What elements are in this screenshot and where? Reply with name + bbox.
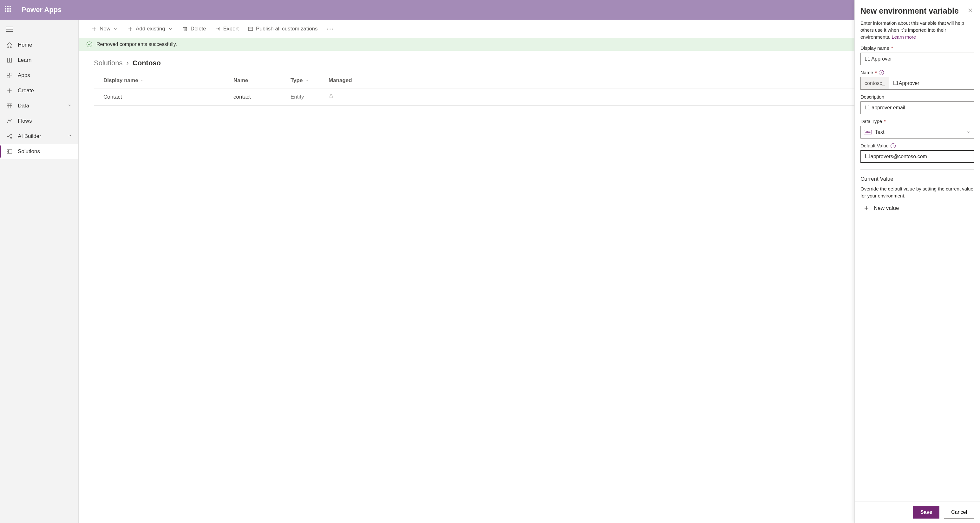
row-name: contact: [234, 94, 291, 100]
close-icon: [967, 8, 973, 13]
sidebar-item-label: Flows: [18, 118, 32, 124]
plus-icon: [6, 87, 13, 94]
description-input[interactable]: [861, 101, 974, 114]
new-value-label: New value: [874, 205, 899, 211]
panel-footer: Save Cancel: [855, 501, 980, 523]
display-name-input[interactable]: [861, 52, 974, 65]
export-button[interactable]: Export: [215, 26, 239, 32]
svg-point-5: [7, 136, 8, 136]
flow-icon: [6, 118, 13, 124]
book-icon: [6, 57, 13, 63]
sidebar-item-home[interactable]: Home: [0, 37, 78, 52]
row-type: Entity: [291, 94, 329, 100]
hamburger-toggle[interactable]: [0, 22, 78, 37]
default-value-label: Default Value i: [861, 143, 974, 148]
sidebar-item-data[interactable]: Data: [0, 98, 78, 114]
sidebar-item-label: Home: [18, 42, 32, 48]
solutions-icon: [6, 148, 13, 155]
svg-point-7: [11, 137, 11, 138]
svg-rect-11: [330, 96, 332, 98]
current-value-heading: Current Value: [861, 176, 974, 182]
global-header: Power Apps Environ Conto: [0, 0, 980, 20]
success-notification: Removed components successfully.: [79, 38, 980, 51]
chevron-right-icon: ›: [127, 59, 129, 67]
sidebar-item-label: AI Builder: [18, 133, 41, 139]
column-display-name[interactable]: Display name: [103, 77, 234, 84]
panel-description: Enter information about this variable th…: [861, 20, 974, 40]
new-button[interactable]: New: [91, 26, 119, 32]
home-icon: [6, 42, 13, 48]
new-value-button[interactable]: New value: [861, 200, 974, 217]
chevron-down-icon: [68, 103, 72, 109]
save-button[interactable]: Save: [913, 506, 939, 518]
app-launcher-icon[interactable]: [5, 6, 13, 14]
sidebar-item-ai-builder[interactable]: AI Builder: [0, 129, 78, 144]
apps-icon: [6, 72, 13, 79]
svg-rect-4: [7, 104, 12, 108]
sidebar-item-flows[interactable]: Flows: [0, 114, 78, 129]
divider: [861, 169, 974, 170]
info-icon[interactable]: i: [891, 143, 896, 148]
sidebar-item-label: Solutions: [18, 148, 40, 155]
lock-icon: [329, 94, 334, 98]
export-icon: [215, 26, 221, 32]
sidebar-item-create[interactable]: Create: [0, 83, 78, 98]
new-env-variable-panel: New environment variable Enter informati…: [854, 0, 980, 523]
row-more-actions[interactable]: ···: [218, 94, 224, 100]
text-type-icon: Abc: [864, 130, 872, 135]
svg-rect-9: [248, 27, 253, 30]
chevron-down-icon: [304, 78, 309, 83]
toolbar-label: Export: [223, 26, 239, 32]
plus-icon: [91, 26, 97, 32]
toolbar-overflow[interactable]: ···: [327, 25, 334, 33]
column-managed[interactable]: Managed: [329, 77, 367, 84]
trash-icon: [182, 26, 188, 32]
current-value-description: Override the default value by setting th…: [861, 185, 974, 200]
data-type-label: Data Type*: [861, 119, 974, 124]
sidebar-item-label: Create: [18, 87, 34, 94]
data-type-value: Text: [875, 129, 884, 135]
column-type[interactable]: Type: [291, 77, 329, 84]
cancel-button[interactable]: Cancel: [944, 506, 974, 518]
name-input[interactable]: [889, 77, 974, 90]
breadcrumb: Solutions › Contoso: [79, 51, 980, 73]
column-name[interactable]: Name: [234, 77, 291, 84]
toolbar-label: Delete: [191, 26, 206, 32]
left-navigation: Home Learn Apps Create Data Flows AI Bui…: [0, 20, 79, 523]
plus-icon: [864, 205, 869, 211]
app-title: Power Apps: [22, 6, 62, 14]
sidebar-item-label: Learn: [18, 57, 32, 63]
chevron-down-icon: [140, 78, 145, 83]
ai-icon: [6, 133, 13, 139]
table-row[interactable]: Contact ··· contact Entity: [94, 89, 965, 106]
delete-button[interactable]: Delete: [182, 26, 206, 32]
breadcrumb-current: Contoso: [132, 59, 161, 67]
notification-message: Removed components successfully.: [96, 41, 177, 47]
display-name-label: Display name*: [861, 45, 974, 51]
close-button[interactable]: [966, 6, 974, 16]
learn-more-link[interactable]: Learn more: [891, 34, 916, 40]
sidebar-item-learn[interactable]: Learn: [0, 52, 78, 68]
toolbar-label: New: [100, 26, 110, 32]
publish-button[interactable]: Publish all customizations: [248, 26, 318, 32]
table-icon: [6, 103, 13, 109]
sidebar-item-apps[interactable]: Apps: [0, 68, 78, 83]
chevron-down-icon: [113, 26, 119, 32]
info-icon[interactable]: i: [879, 70, 884, 75]
svg-rect-1: [7, 73, 10, 75]
toolbar-label: Publish all customizations: [256, 26, 318, 32]
sidebar-item-solutions[interactable]: Solutions: [0, 144, 78, 159]
add-existing-button[interactable]: Add existing: [127, 26, 173, 32]
solution-components-table: Display name Name Type Managed Contact ·…: [79, 73, 980, 106]
svg-point-6: [11, 134, 11, 135]
command-bar: New Add existing Delete Export Publish a…: [79, 20, 980, 38]
description-label: Description: [861, 94, 974, 100]
svg-point-10: [87, 42, 92, 47]
svg-rect-3: [7, 76, 10, 78]
breadcrumb-root[interactable]: Solutions: [94, 59, 123, 67]
main-content: New Add existing Delete Export Publish a…: [79, 20, 980, 523]
data-type-select[interactable]: Abc Text: [861, 126, 974, 138]
chevron-down-icon: [68, 133, 72, 139]
sidebar-item-label: Data: [18, 103, 29, 109]
default-value-input[interactable]: [861, 150, 974, 163]
